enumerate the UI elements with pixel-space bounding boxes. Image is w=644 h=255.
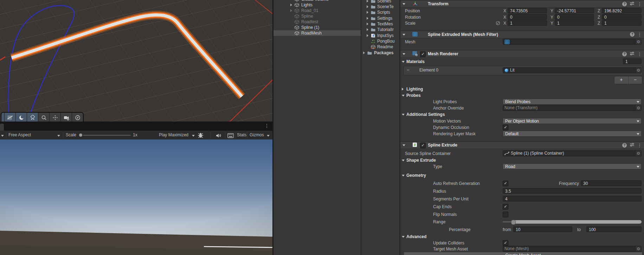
- object-picker-icon[interactable]: ⊙: [635, 39, 641, 44]
- component-enabled-checkbox[interactable]: ✓: [420, 51, 426, 57]
- project-item-scenes[interactable]: Scenes: [361, 0, 399, 4]
- hierarchy-item-lights[interactable]: Lights: [273, 2, 361, 8]
- expand-arrow-icon[interactable]: [367, 11, 368, 14]
- foldout-arrow-icon[interactable]: [402, 53, 405, 55]
- foldout-arrow-icon[interactable]: [402, 236, 405, 238]
- foldout-shape-extrude[interactable]: Shape Extrude: [400, 157, 644, 163]
- element-0-material-field[interactable]: Lit ⊙: [503, 67, 642, 73]
- aspect-dropdown-caret-icon[interactable]: [57, 131, 60, 140]
- project-folders-panel[interactable]: ScenesSceneTeScriptsSettingsTextMesTutor…: [361, 0, 399, 255]
- kebab-menu-icon[interactable]: ⋮: [637, 32, 642, 37]
- hierarchy-panel[interactable]: Global Volume Lights Road_01 Spline Road…: [273, 0, 361, 255]
- foldout-arrow-icon[interactable]: [402, 144, 405, 146]
- compass-icon[interactable]: [72, 113, 83, 122]
- aspect-dropdown[interactable]: Free Aspect: [8, 131, 31, 139]
- help-icon[interactable]: ?: [630, 32, 635, 37]
- rendering-layer-mask-dropdown[interactable]: Default: [503, 131, 642, 137]
- layers-icon[interactable]: [27, 113, 38, 122]
- foldout-geometry[interactable]: Geometry: [400, 172, 644, 178]
- rotation-y-field[interactable]: 0: [555, 14, 594, 20]
- project-item-scenete[interactable]: SceneTe: [361, 4, 399, 10]
- source-spline-container-object-field[interactable]: Spline (1) (Spline Container) ⊙: [503, 150, 642, 156]
- foldout-arrow-icon[interactable]: [402, 34, 405, 36]
- expand-arrow-icon[interactable]: [363, 51, 365, 54]
- update-colliders-checkbox[interactable]: ✓: [503, 240, 508, 246]
- foldout-arrow-icon[interactable]: [402, 88, 404, 91]
- object-picker-icon[interactable]: ⊙: [635, 105, 641, 111]
- component-header-mesh-filter[interactable]: Spline Extruded Mesh (Mesh Filter)?⋮: [400, 31, 644, 38]
- hierarchy-item-spline-1-[interactable]: Spline (1): [273, 25, 361, 30]
- position-y-field[interactable]: -24.57701: [555, 8, 594, 13]
- component-enabled-checkbox[interactable]: ✓: [420, 143, 426, 148]
- object-picker-icon[interactable]: ⊙: [635, 68, 641, 73]
- mesh-object-field[interactable]: ⊙: [503, 39, 642, 45]
- scale-x-field[interactable]: 1: [508, 20, 547, 26]
- add-element-button[interactable]: +: [614, 76, 629, 84]
- auto-refresh-generation-frequency-field[interactable]: 30: [581, 180, 642, 186]
- moon-icon[interactable]: [16, 113, 27, 122]
- cut-icon[interactable]: [1, 113, 5, 122]
- expand-arrow-icon[interactable]: [367, 34, 368, 37]
- expand-arrow-icon[interactable]: [367, 17, 368, 20]
- expand-arrow-icon[interactable]: [290, 9, 292, 12]
- create-mesh-asset-button[interactable]: Create Mesh Asset: [404, 252, 643, 255]
- foldout-arrow-icon[interactable]: [402, 160, 405, 161]
- foldout-arrow-icon[interactable]: [402, 95, 405, 97]
- anchor-override-object-field[interactable]: None (Transform) ⊙: [503, 105, 642, 111]
- type-dropdown[interactable]: Road: [503, 163, 642, 169]
- light-probes-dropdown[interactable]: Blend Probes: [503, 99, 642, 105]
- object-picker-icon[interactable]: ⊙: [635, 151, 641, 156]
- foldout-advanced[interactable]: Advanced: [400, 234, 644, 240]
- project-item-inputsys[interactable]: InputSys: [361, 33, 399, 38]
- foldout-additional-settings[interactable]: Additional Settings: [400, 111, 644, 117]
- radius-field[interactable]: 3.5: [503, 188, 642, 194]
- camera-icon[interactable]: [61, 113, 72, 122]
- flip-normals-checkbox[interactable]: [503, 212, 508, 217]
- kebab-menu-icon[interactable]: ⋮: [637, 2, 642, 6]
- percentage-to-field[interactable]: 100: [586, 226, 642, 232]
- component-header-spline-extrude[interactable]: # ✓ Spline Extrude?⋮: [400, 141, 644, 149]
- percentage-from-field[interactable]: 10: [513, 226, 572, 232]
- project-item-packages[interactable]: Packages: [361, 50, 399, 56]
- gizmos-caret-icon[interactable]: [267, 131, 270, 140]
- expand-arrow-icon[interactable]: [367, 5, 368, 8]
- rotation-z-field[interactable]: 0: [602, 14, 642, 20]
- materials-size-field[interactable]: 1: [623, 58, 642, 64]
- game-tab-partial[interactable]: [0, 124, 4, 131]
- range-selected-bar[interactable]: [513, 220, 642, 224]
- target-mesh-asset-object-field[interactable]: None (Mesh) ⊙: [503, 246, 642, 252]
- help-icon[interactable]: ?: [622, 2, 627, 6]
- kebab-menu-icon[interactable]: ⋮: [637, 143, 642, 148]
- remove-element-button[interactable]: −: [629, 76, 642, 84]
- expand-arrow-icon[interactable]: [367, 23, 368, 25]
- position-x-field[interactable]: 74.73505: [508, 8, 547, 13]
- project-item-readme[interactable]: Readme: [361, 44, 399, 50]
- foldout-arrow-icon[interactable]: [402, 61, 405, 63]
- kebab-menu-icon[interactable]: ⋮: [637, 52, 642, 56]
- help-icon[interactable]: ?: [622, 52, 627, 56]
- scale-y-field[interactable]: 1: [555, 20, 594, 26]
- cap-ends-checkbox[interactable]: ✓: [503, 204, 508, 210]
- display-dropdown-caret-icon[interactable]: [1, 131, 4, 140]
- position-z-field[interactable]: 196.8292: [602, 8, 642, 13]
- project-item-settings[interactable]: Settings: [361, 15, 399, 21]
- foldout-arrow-icon[interactable]: [402, 175, 405, 176]
- game-viewport[interactable]: [0, 139, 272, 255]
- project-item-pongbou[interactable]: PongBou: [361, 38, 399, 44]
- motion-vectors-dropdown[interactable]: Per Object Motion: [503, 118, 642, 124]
- component-header-transform[interactable]: Transform?⋮: [400, 0, 644, 8]
- hierarchy-item-spline[interactable]: Spline: [273, 13, 361, 19]
- hierarchy-item-roadtest[interactable]: Roadtest: [273, 19, 361, 25]
- hierarchy-item-road-01[interactable]: Road_01: [273, 8, 361, 13]
- project-item-tutorialir[interactable]: TutorialIr: [361, 27, 399, 32]
- rotation-x-field[interactable]: 0: [508, 14, 547, 20]
- gizmos-dropdown[interactable]: Gizmos: [250, 131, 264, 139]
- object-picker-icon[interactable]: ⊙: [635, 246, 641, 251]
- segments-per-unit-field[interactable]: 4: [503, 196, 642, 201]
- foldout-materials[interactable]: Materials 1: [400, 58, 644, 64]
- component-header-mesh-renderer[interactable]: ✓ Mesh Renderer?⋮: [400, 50, 644, 58]
- range-min-handle[interactable]: [511, 220, 516, 225]
- foldout-probes[interactable]: Probes: [400, 92, 644, 98]
- hierarchy-item-roadmesh[interactable]: RoadMesh: [273, 30, 361, 36]
- presets-icon[interactable]: [630, 1, 635, 7]
